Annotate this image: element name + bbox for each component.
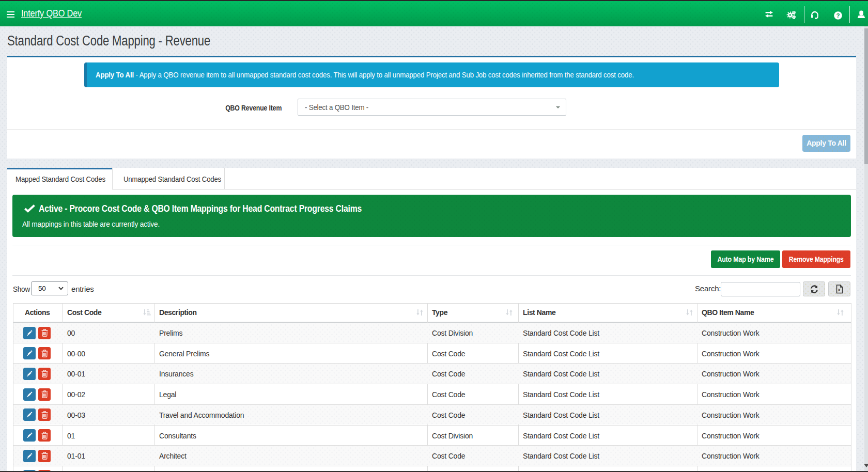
svg-text:?: ?: [836, 12, 840, 19]
svg-text:x: x: [838, 287, 841, 292]
